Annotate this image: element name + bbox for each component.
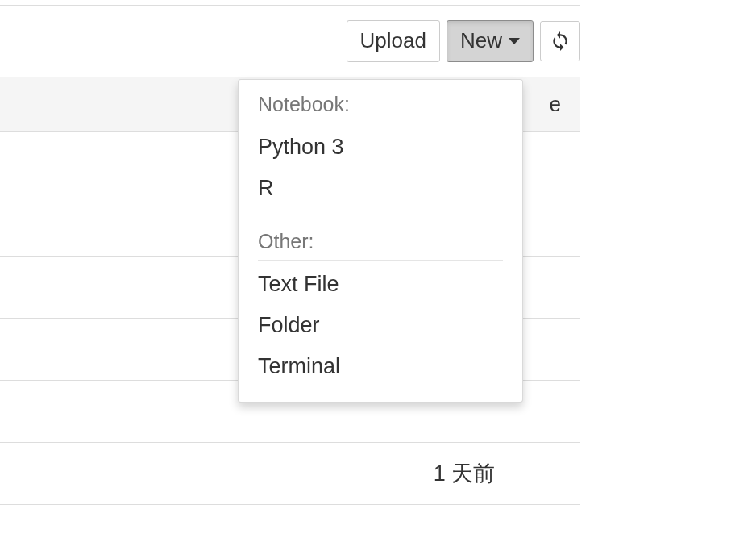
upload-label: Upload bbox=[360, 27, 426, 55]
dropdown-item-python3[interactable]: Python 3 bbox=[239, 127, 522, 168]
refresh-button[interactable] bbox=[540, 21, 580, 61]
new-dropdown-button[interactable]: New bbox=[447, 20, 534, 62]
dropdown-header-other: Other: bbox=[239, 225, 522, 260]
row-modified: 1 天前 bbox=[359, 459, 569, 488]
dropdown-header-notebook: Notebook: bbox=[239, 88, 522, 123]
header-filesize-fragment: e bbox=[542, 86, 569, 123]
new-label: New bbox=[460, 27, 502, 55]
table-row[interactable] bbox=[0, 505, 580, 555]
dropdown-item-folder[interactable]: Folder bbox=[239, 305, 522, 346]
toolbar: Upload New bbox=[0, 6, 580, 77]
table-row[interactable]: 1 天前 bbox=[0, 443, 580, 505]
refresh-icon bbox=[550, 31, 571, 52]
new-dropdown-menu: Notebook: Python 3 R Other: Text File Fo… bbox=[238, 79, 523, 403]
dropdown-item-terminal[interactable]: Terminal bbox=[239, 346, 522, 387]
divider bbox=[258, 260, 503, 261]
dropdown-item-textfile[interactable]: Text File bbox=[239, 264, 522, 305]
divider bbox=[258, 123, 503, 123]
dropdown-item-r[interactable]: R bbox=[239, 168, 522, 209]
upload-button[interactable]: Upload bbox=[347, 20, 440, 62]
caret-down-icon bbox=[509, 38, 520, 44]
